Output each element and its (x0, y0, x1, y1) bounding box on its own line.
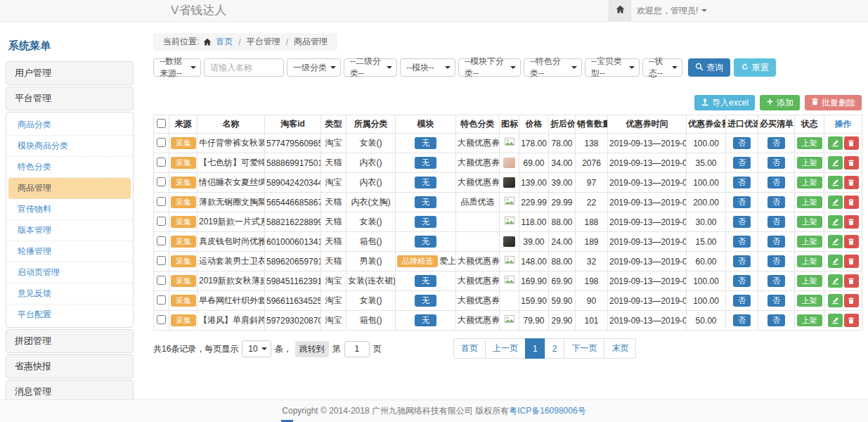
feature-category-select[interactable]: --特色分类-- (524, 58, 582, 77)
status-badge[interactable]: 上架 (797, 157, 822, 170)
edit-button[interactable] (828, 176, 843, 189)
delete-button[interactable] (844, 255, 859, 268)
sidebar-submenu-link[interactable]: 平台配置 (6, 305, 133, 325)
imported-badge[interactable]: 否 (733, 177, 751, 189)
reset-button[interactable]: 重置 (734, 58, 776, 77)
status-badge[interactable]: 上架 (797, 216, 822, 229)
pager-page-1[interactable]: 1 (525, 338, 545, 359)
imported-badge[interactable]: 否 (733, 295, 751, 307)
sidebar-submenu-link[interactable]: 宣传物料 (6, 199, 133, 220)
sidebar-submenu-link[interactable]: 商品分类 (6, 115, 133, 136)
search-button[interactable]: 查询 (688, 58, 730, 77)
sidebar-submenu-link[interactable]: 意见反馈 (6, 283, 133, 305)
imported-badge[interactable]: 否 (733, 314, 751, 327)
must-buy-badge[interactable]: 否 (767, 255, 785, 268)
sidebar-menu-item[interactable]: 用户管理 (6, 61, 134, 85)
per-page-select[interactable]: 10 (242, 340, 271, 357)
imported-badge[interactable]: 否 (733, 196, 751, 209)
home-button[interactable] (609, 0, 631, 21)
sidebar-submenu-link-active[interactable]: 商品管理 (8, 178, 131, 199)
edit-button[interactable] (828, 235, 843, 248)
edit-button[interactable] (828, 215, 843, 229)
edit-button[interactable] (828, 294, 843, 307)
edit-button[interactable] (828, 136, 843, 150)
must-buy-badge[interactable]: 否 (767, 157, 785, 170)
status-badge[interactable]: 上架 (797, 236, 822, 248)
delete-button[interactable] (844, 235, 859, 248)
must-buy-badge[interactable]: 否 (767, 196, 785, 209)
add-button[interactable]: 添加 (760, 95, 800, 110)
import-excel-button[interactable]: 导入excel (694, 95, 755, 110)
user-menu[interactable]: 欢迎您，管理员! (637, 0, 707, 21)
sidebar-menu-item[interactable]: 省惠快报 (6, 354, 134, 378)
edit-button[interactable] (828, 314, 843, 327)
edit-button[interactable] (828, 255, 843, 268)
imported-badge[interactable]: 否 (733, 236, 751, 248)
pager-last[interactable]: 末页 (604, 338, 636, 359)
row-checkbox[interactable] (157, 315, 166, 324)
row-checkbox[interactable] (157, 256, 166, 265)
delete-button[interactable] (844, 196, 859, 209)
edit-button[interactable] (828, 156, 843, 170)
status-badge[interactable]: 上架 (797, 255, 822, 268)
delete-button[interactable] (844, 294, 859, 307)
edit-button[interactable] (828, 274, 843, 288)
module-select[interactable]: --模块-- (400, 58, 455, 77)
must-buy-badge[interactable]: 否 (767, 137, 785, 150)
status-badge[interactable]: 上架 (797, 275, 822, 288)
sidebar-submenu-link[interactable]: 版本管理 (6, 220, 133, 241)
sidebar-submenu-link[interactable]: 轮播管理 (6, 241, 133, 262)
status-badge[interactable]: 上架 (797, 314, 822, 327)
status-badge[interactable]: 上架 (797, 177, 822, 189)
level2-category-select[interactable]: --二级分类-- (344, 58, 397, 77)
delete-button[interactable] (844, 176, 859, 189)
delete-button[interactable] (844, 314, 859, 327)
page-number-input[interactable] (344, 341, 370, 357)
sidebar-submenu-link[interactable]: 模块商品分类 (6, 136, 133, 157)
delete-button[interactable] (844, 215, 859, 229)
imported-badge[interactable]: 否 (733, 255, 751, 268)
imported-badge[interactable]: 否 (733, 157, 751, 170)
must-buy-badge[interactable]: 否 (767, 177, 785, 189)
must-buy-badge[interactable]: 否 (767, 295, 785, 307)
pager-page-2[interactable]: 2 (545, 338, 565, 359)
breadcrumb-home-link[interactable]: 首页 (216, 36, 233, 48)
data-source-select[interactable]: --数据来源-- (153, 58, 201, 77)
sidebar-submenu-link[interactable]: 启动页管理 (6, 262, 133, 283)
jump-button[interactable]: 跳转到 (295, 341, 329, 357)
row-checkbox[interactable] (157, 217, 166, 226)
sidebar-submenu-link[interactable]: 特色分类 (6, 157, 133, 178)
row-checkbox[interactable] (157, 138, 166, 147)
item-type-select[interactable]: --宝贝类型-- (585, 58, 640, 77)
sidebar-menu-item[interactable]: 拼团管理 (6, 329, 134, 353)
sidebar-menu-item[interactable]: 平台管理 (6, 87, 134, 110)
row-checkbox[interactable] (157, 236, 166, 245)
status-select[interactable]: --状态-- (642, 58, 682, 77)
pager-first[interactable]: 首页 (453, 338, 486, 359)
row-checkbox[interactable] (157, 295, 166, 305)
row-checkbox[interactable] (157, 197, 166, 206)
delete-button[interactable] (844, 136, 859, 150)
row-checkbox[interactable] (157, 158, 166, 167)
module-subcategory-select[interactable]: --模块下分类-- (458, 58, 521, 77)
select-all-checkbox[interactable] (157, 119, 166, 128)
must-buy-badge[interactable]: 否 (767, 314, 785, 327)
must-buy-badge[interactable]: 否 (767, 216, 785, 229)
status-badge[interactable]: 上架 (797, 196, 822, 209)
imported-badge[interactable]: 否 (733, 275, 751, 288)
batch-delete-button[interactable]: 批量删除 (805, 95, 862, 110)
delete-button[interactable] (844, 274, 859, 288)
must-buy-badge[interactable]: 否 (767, 236, 785, 248)
status-badge[interactable]: 上架 (797, 137, 822, 150)
level1-category-select[interactable]: 一级分类 (287, 58, 341, 77)
icp-link[interactable]: 粤ICP备16098006号 (509, 406, 585, 416)
status-badge[interactable]: 上架 (797, 295, 822, 307)
pager-next[interactable]: 下一页 (564, 338, 604, 359)
pager-prev[interactable]: 上一页 (485, 338, 526, 359)
must-buy-badge[interactable]: 否 (767, 275, 785, 288)
row-checkbox[interactable] (157, 177, 166, 186)
delete-button[interactable] (844, 156, 859, 170)
name-search-input[interactable] (204, 58, 284, 77)
row-checkbox[interactable] (157, 276, 166, 285)
imported-badge[interactable]: 否 (733, 216, 751, 229)
